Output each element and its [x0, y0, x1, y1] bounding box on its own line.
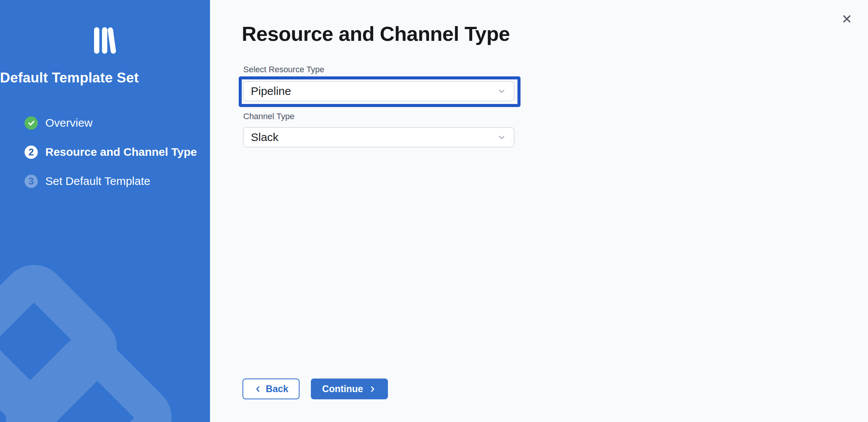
- chevron-down-icon: [497, 133, 506, 142]
- continue-button[interactable]: Continue: [311, 379, 388, 399]
- step-label: Resource and Channel Type: [45, 146, 197, 158]
- check-icon: [25, 116, 38, 130]
- step-overview[interactable]: Overview: [25, 116, 197, 130]
- back-button-label: Back: [266, 383, 289, 394]
- resource-type-label: Select Resource Type: [243, 65, 324, 74]
- step-number-badge: 2: [25, 146, 38, 159]
- wizard-main-panel: Resource and Channel Type Select Resourc…: [210, 0, 868, 422]
- wizard-title: Default Template Set: [0, 70, 210, 86]
- step-label: Overview: [45, 116, 93, 129]
- chevron-left-icon: [254, 385, 262, 393]
- back-button[interactable]: Back: [242, 379, 300, 399]
- step-set-default-template[interactable]: 3 Set Default Template: [25, 174, 197, 188]
- step-label: Set Default Template: [45, 175, 150, 188]
- books-logo-icon: [0, 27, 210, 54]
- channel-type-value: Slack: [251, 131, 497, 144]
- step-number-badge: 3: [25, 175, 38, 188]
- chevron-right-icon: [368, 385, 377, 393]
- wizard-sidebar: Default Template Set Overview 2 Resource…: [0, 0, 210, 422]
- channel-type-label: Channel Type: [243, 112, 294, 121]
- channel-type-select[interactable]: Slack: [243, 127, 514, 147]
- page-title: Resource and Channel Type: [242, 22, 510, 45]
- brand-watermark: [0, 0, 210, 422]
- resource-type-select[interactable]: Pipeline: [243, 81, 514, 101]
- continue-button-label: Continue: [322, 383, 363, 394]
- chevron-down-icon: [497, 87, 506, 96]
- resource-type-value: Pipeline: [251, 85, 497, 98]
- wizard-steps: Overview 2 Resource and Channel Type 3 S…: [25, 116, 197, 203]
- close-icon[interactable]: [838, 10, 856, 28]
- step-resource-and-channel-type[interactable]: 2 Resource and Channel Type: [25, 145, 197, 159]
